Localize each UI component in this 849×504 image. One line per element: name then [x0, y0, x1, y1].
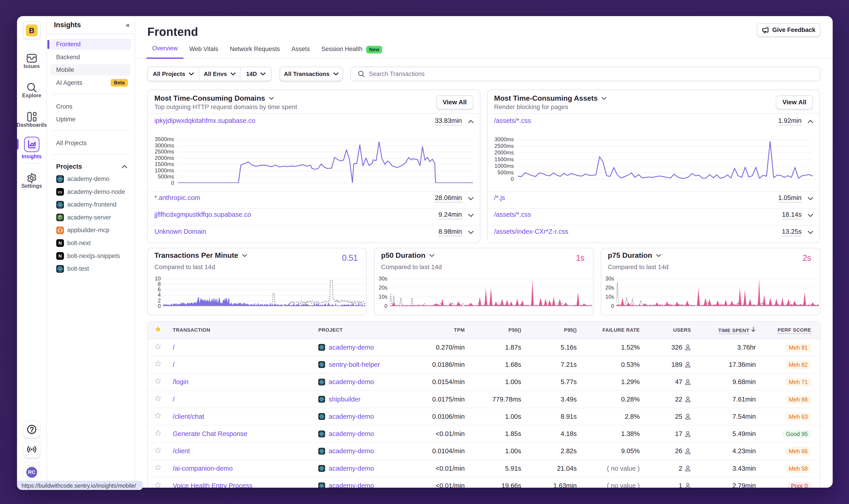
svg-text:ex: ex [58, 190, 62, 194]
